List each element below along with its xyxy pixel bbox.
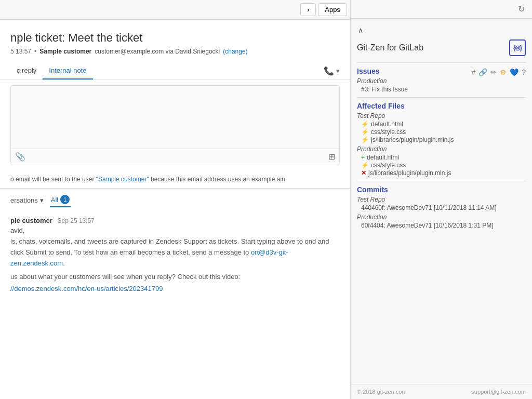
chevron-button[interactable]: › [300,3,316,16]
file-mod-icon-1: ⚡ [361,121,369,128]
file-name-1: default.html [371,121,403,128]
sidebar-top-bar: ↻ [351,0,532,19]
conv-date: Sep 25 13:57 [58,217,95,224]
apps-label: Apps [325,6,340,14]
phone-icon: 📞 [324,66,334,76]
meta-dot: • [34,48,36,55]
ticket-meta: 5 13:57 • Sample customer customer@examp… [10,48,340,55]
notice-highlight: "Sample customer" [96,176,149,183]
tab-internal-note[interactable]: Internal note [43,62,92,79]
file-item-5: ⚡ css/style.css [361,162,526,169]
issues-toolbar: # 🔗 ✏ ⚙ 💙 ? [471,68,526,76]
file-name-4: default.html [367,154,399,161]
issues-production-label: Production [357,77,526,85]
issues-section-header: Issues # 🔗 ✏ ⚙ 💙 ? [357,67,526,77]
notice-box: o email will be sent to the user "Sample… [0,170,350,188]
issue-item: #3: Fix this Issue [361,86,526,93]
conv-body-link: //demos.zendesk.com/hc/en-us/articles/20… [10,284,340,295]
commit-item-1: 440460f: AwesomeDev71 [10/11/2018 11:14 … [361,204,526,211]
tab-public-reply[interactable]: c reply [10,62,43,79]
file-mod-icon-3: ⚡ [361,136,369,143]
commits-title: Commits [357,185,388,194]
collapse-up-icon: ∧ [358,26,363,34]
footer-copyright: © 2018 git-zen.com [357,389,407,395]
affected-test-repo-label: Test Repo [357,112,526,119]
file-mod-icon-4: ⚡ [361,162,369,169]
email-via: customer@example.com via David Sniegocki [95,48,220,55]
file-mod-icon-2: ⚡ [361,128,369,136]
email-link[interactable]: ort@d3v-git-zen.zendesk.com [10,248,288,267]
conv-author: ple customer [10,217,52,224]
conv-greeting: avid, [10,227,340,234]
conv-body-2: us about what your customers will see wh… [10,272,340,283]
help-icon[interactable]: ? [522,68,526,76]
link-icon[interactable]: 🔗 [478,68,487,76]
reply-tab-actions: 📞 ▾ [324,66,340,76]
reply-toolbar: 📎 ⊞ [11,148,339,165]
conversations-bar: ersations ▾ All 1 [0,188,350,211]
file-item-3: ⚡ js/libraries/plugin/plugin.min.js [361,136,526,143]
chevron-down-icon[interactable]: ▾ [336,67,340,75]
file-name-2: css/style.css [371,128,406,136]
top-bar: › Apps [0,0,350,20]
attach-icon[interactable]: 📎 [15,152,25,162]
commits-test-repo-label: Test Repo [357,196,526,203]
git-zen-panel: ∧ Git-Zen for GitLab {◎} Issues # 🔗 ✏ ⚙ [351,19,532,384]
ticket-date: 5 13:57 [10,48,31,55]
file-item-2: ⚡ css/style.css [361,128,526,136]
expand-icon[interactable]: ⊞ [328,152,335,162]
git-zen-header: Git-Zen for GitLab {◎} [357,39,526,56]
file-name-6: js/libraries/plugin/plugin.min.js [368,169,451,177]
file-item-4: + default.html [361,154,526,161]
tab-all[interactable]: All 1 [50,193,71,207]
conversations-chevron: ▾ [40,196,44,204]
sidebar-footer: © 2018 git-zen.com support@git-zen.com [351,384,532,399]
panel-collapse-button[interactable]: ∧ [357,25,364,35]
edit-icon[interactable]: ✏ [490,68,497,76]
conversation-entry: ple customer Sep 25 13:57 avid, ls, chat… [0,211,350,300]
commits-production-label: Production [357,214,526,221]
git-zen-icon: {◎} [509,39,526,56]
ticket-title: nple ticket: Meet the ticket [10,31,340,45]
commit-item-2: 60f4404: AwesomeDev71 [10/16/2018 1:31 P… [361,222,526,229]
git-zen-title: Git-Zen for GitLab [357,43,423,52]
affected-files-title: Affected Files [357,102,405,110]
affected-production-label: Production [357,145,526,153]
notice-text: o email will be sent to the user "Sample… [10,176,287,183]
collapse-button[interactable]: ↻ [515,3,528,15]
reply-tabs: c reply Internal note 📞 ▾ [0,62,350,80]
gear-icon[interactable]: ⚙ [500,68,507,76]
file-item-6: ✕ js/libraries/plugin/plugin.min.js [361,169,526,177]
apps-button[interactable]: Apps [318,3,347,16]
issues-title: Issues [357,67,380,75]
file-name-5: css/style.css [371,162,406,169]
video-link[interactable]: //demos.zendesk.com/hc/en-us/articles/20… [10,285,163,292]
issues-production-subsection: Production #3: Fix this Issue [357,77,526,93]
file-del-icon-1: ✕ [361,169,366,177]
sidebar: ↻ ∧ Git-Zen for GitLab {◎} Issues [350,0,532,399]
conversations-label[interactable]: ersations ▾ [10,196,44,204]
customer-name: Sample customer [39,48,91,55]
file-name-3: js/libraries/plugin/plugin.min.js [371,136,454,143]
reply-area: 📎 ⊞ [0,80,350,170]
reply-editor[interactable]: 📎 ⊞ [10,85,340,165]
heart-icon[interactable]: 💙 [510,68,518,76]
file-item-1: ⚡ default.html [361,121,526,128]
change-link[interactable]: (change) [223,48,247,55]
footer-support: support@git-zen.com [471,389,526,395]
conv-body-1: ls, chats, voicemails, and tweets are ca… [10,236,340,269]
file-add-icon-1: + [361,154,365,161]
hash-icon[interactable]: # [471,68,475,76]
chevron-icon: › [307,6,309,14]
git-zen-logo: {◎} [513,44,522,51]
all-badge: 1 [60,195,70,204]
collapse-icon: ↻ [518,5,525,14]
